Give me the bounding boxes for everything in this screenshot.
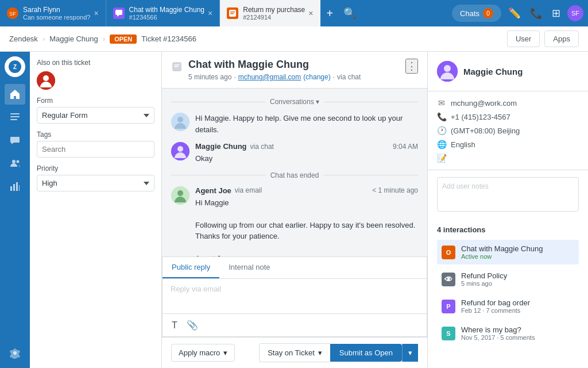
agent-message-text: Hi Maggie. Happy to help. Give me one se… xyxy=(195,113,418,135)
breadcrumb-sep1: › xyxy=(42,34,45,43)
submit-dropdown-button[interactable]: ▾ xyxy=(402,344,418,362)
interaction-body-refund-policy: Refund Policy 5 mins ago xyxy=(461,271,574,287)
agent-joe-avatar xyxy=(171,186,189,205)
breadcrumb-zendesk[interactable]: Zendesk xyxy=(9,34,38,43)
reply-area: Public reply Internal note Reply via ema… xyxy=(162,256,427,337)
tab-sarah-flynn[interactable]: SF Sarah Flynn Can someone respond? × xyxy=(0,0,106,26)
interaction-title-where: Where is my bag? xyxy=(461,325,574,334)
nav-reports[interactable] xyxy=(5,176,25,197)
tab-return-purchase[interactable]: Return my purchase #2124914 × xyxy=(220,0,320,26)
contact-name: Maggie Chung xyxy=(463,67,523,76)
contact-phone: +1 (415)123-4567 xyxy=(451,113,510,121)
reply-input-area[interactable]: Reply via email xyxy=(163,279,427,313)
top-bar: SF Sarah Flynn Can someone respond? × Ch… xyxy=(0,0,588,26)
notes-placeholder: Add user notes xyxy=(442,182,489,190)
breadcrumb-contact[interactable]: Maggie Chung xyxy=(49,34,98,43)
interaction-body-chat: Chat with Maggie Chung Active now xyxy=(461,244,574,260)
nav-chat[interactable] xyxy=(5,130,25,151)
chats-label: Chats xyxy=(460,9,479,18)
ticket-title: Chat with Maggie Chung xyxy=(188,59,361,71)
messages-list: Conversations ▾ Hi Maggie. Happy to help… xyxy=(162,89,427,256)
tab-info-sarah: Sarah Flynn Can someone respond? xyxy=(23,6,90,21)
ticket-time: 5 minutes ago xyxy=(188,73,231,81)
text-format-button[interactable]: T xyxy=(169,319,180,332)
chat-ended-divider: Chat has ended xyxy=(171,171,418,179)
agent-joe-header: Agent Joe via email < 1 minute ago xyxy=(195,186,418,195)
tab-internal-note[interactable]: Internal note xyxy=(219,257,279,278)
compose-button[interactable]: ✏️ xyxy=(506,5,523,22)
clock-icon: 🕐 xyxy=(437,126,446,135)
svg-point-27 xyxy=(444,65,451,72)
stay-on-ticket-button[interactable]: Stay on Ticket ▾ xyxy=(259,343,330,362)
phone-button[interactable]: 📞 xyxy=(528,5,545,22)
message-agent-joe: Agent Joe via email < 1 minute ago Hi Ma… xyxy=(171,186,418,257)
ticket-change[interactable]: (change) xyxy=(303,73,330,81)
attach-button[interactable]: 📎 xyxy=(184,319,200,332)
user-avatar[interactable]: SF xyxy=(567,5,583,21)
contact-language: English xyxy=(451,140,475,149)
tab-icon-sarah: SF xyxy=(7,7,18,19)
chats-button[interactable]: Chats 0 xyxy=(452,5,501,22)
interaction-chat-maggie[interactable]: O Chat with Maggie Chung Active now xyxy=(437,240,579,264)
interaction-icon-refund-policy: 👁 xyxy=(442,273,455,286)
breadcrumb: Zendesk › Maggie Chung › OPEN Ticket #12… xyxy=(0,26,588,52)
contact-header: Maggie Chung xyxy=(428,52,588,91)
main-content: Z Also on this ticket Form Regular Form xyxy=(0,52,588,368)
interaction-body-where: Where is my bag? Nov 5, 2017 · 5 comment… xyxy=(461,325,574,341)
ticket-email[interactable]: mchung@gmail.com xyxy=(238,73,301,81)
nav-logo[interactable]: Z xyxy=(5,56,25,77)
maggie-name: Maggie Chung xyxy=(195,142,247,151)
tab-chat-maggie[interactable]: Chat with Maggie Chung #1234566 × xyxy=(106,0,220,26)
tab-close-ticket[interactable]: × xyxy=(308,9,313,18)
tab-public-reply[interactable]: Public reply xyxy=(163,257,219,278)
nav-home[interactable] xyxy=(5,84,25,105)
ticket-type-icon xyxy=(171,61,183,72)
maggie-avatar xyxy=(171,142,189,160)
ticket-header: Chat with Maggie Chung 5 minutes ago · m… xyxy=(162,52,427,89)
conversations-label: Conversations ▾ xyxy=(270,98,319,106)
tab-close-sarah[interactable]: × xyxy=(94,9,98,18)
open-status-badge: OPEN xyxy=(110,34,137,44)
ticket-user-avatar xyxy=(37,71,55,90)
svg-rect-14 xyxy=(13,184,15,191)
apply-macro-button[interactable]: Apply macro ▾ xyxy=(171,344,235,362)
tab-close-chat[interactable]: × xyxy=(208,9,212,18)
stay-label: Stay on Ticket xyxy=(268,348,315,357)
submit-area: Stay on Ticket ▾ Submit as Open ▾ xyxy=(259,343,418,362)
new-tab-button[interactable]: + xyxy=(320,7,339,20)
tags-search-input[interactable] xyxy=(37,141,154,158)
nav-settings[interactable] xyxy=(5,343,25,363)
interaction-where-bag[interactable]: S Where is my bag? Nov 5, 2017 · 5 comme… xyxy=(437,321,579,346)
ticket-more-button[interactable]: ⋮ xyxy=(405,59,418,74)
nav-users[interactable] xyxy=(5,153,25,174)
user-button[interactable]: User xyxy=(507,30,540,47)
tab-icon-ticket xyxy=(227,7,238,19)
form-select[interactable]: Regular Form xyxy=(37,107,154,124)
conversations-divider[interactable]: Conversations ▾ xyxy=(171,98,418,106)
interaction-refund-policy[interactable]: 👁 Refund Policy 5 mins ago xyxy=(437,267,579,292)
interaction-bag-order[interactable]: P Refund for bag order Feb 12 · 7 commen… xyxy=(437,294,579,319)
svg-rect-2 xyxy=(115,10,122,15)
interaction-sub-bag: Feb 12 · 7 comments xyxy=(461,307,574,314)
apps-button[interactable]: Apps xyxy=(544,30,579,47)
svg-rect-8 xyxy=(10,113,20,114)
submit-as-open-button[interactable]: Submit as Open xyxy=(330,344,402,362)
priority-select[interactable]: High xyxy=(37,175,154,191)
form-label: Form xyxy=(37,97,154,105)
nav-tickets[interactable] xyxy=(5,107,25,128)
contact-language-row: 🌐 English xyxy=(437,140,579,149)
svg-rect-16 xyxy=(19,185,20,191)
macro-chevron-icon: ▾ xyxy=(223,348,227,357)
contact-email-row: ✉ mchung@work.com xyxy=(437,98,579,108)
agent-joe-via: via email xyxy=(235,186,262,194)
user-notes-area[interactable]: Add user notes xyxy=(437,177,579,212)
tab-sub-chat: #1234566 xyxy=(129,14,204,21)
apps-grid-button[interactable]: ⊞ xyxy=(550,5,563,22)
interaction-body-bag: Refund for bag order Feb 12 · 7 comments xyxy=(461,298,574,314)
maggie-message-body: Maggie Chung via chat 9:04 AM Okay xyxy=(195,142,418,164)
priority-label: Priority xyxy=(37,164,154,172)
contact-info: ✉ mchung@work.com 📞 +1 (415)123-4567 🕐 (… xyxy=(428,91,588,170)
svg-point-21 xyxy=(177,117,183,122)
message-agent-hi: Hi Maggie. Happy to help. Give me one se… xyxy=(171,113,418,135)
search-button[interactable]: 🔍 xyxy=(339,5,361,22)
